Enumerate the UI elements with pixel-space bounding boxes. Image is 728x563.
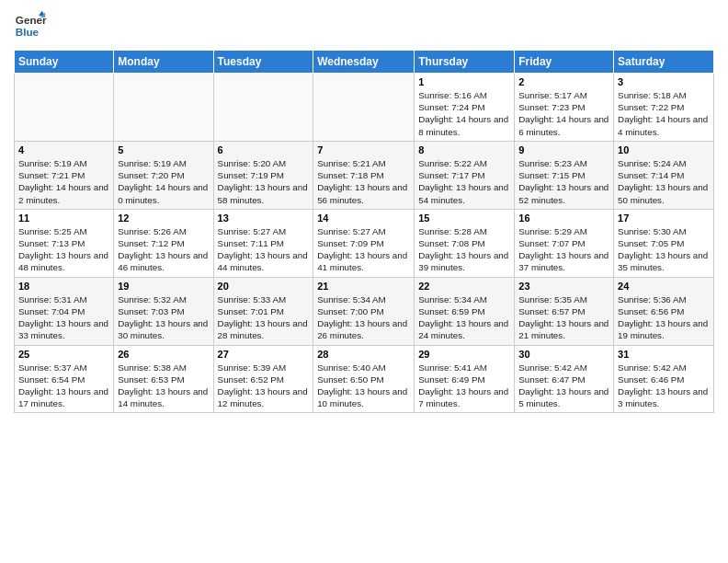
calendar-cell — [15, 74, 114, 142]
day-info: Sunrise: 5:42 AM Sunset: 6:46 PM Dayligh… — [618, 362, 710, 410]
day-info: Sunrise: 5:39 AM Sunset: 6:52 PM Dayligh… — [218, 362, 310, 410]
calendar-cell: 10Sunrise: 5:24 AM Sunset: 7:14 PM Dayli… — [614, 141, 714, 209]
calendar-cell: 15Sunrise: 5:28 AM Sunset: 7:08 PM Dayli… — [415, 209, 515, 277]
day-info: Sunrise: 5:19 AM Sunset: 7:20 PM Dayligh… — [118, 157, 209, 206]
day-info: Sunrise: 5:24 AM Sunset: 7:14 PM Dayligh… — [618, 157, 710, 206]
day-info: Sunrise: 5:33 AM Sunset: 7:01 PM Dayligh… — [218, 293, 310, 342]
calendar-week-4: 18Sunrise: 5:31 AM Sunset: 7:04 PM Dayli… — [15, 277, 714, 345]
day-info: Sunrise: 5:32 AM Sunset: 7:03 PM Dayligh… — [118, 293, 209, 342]
day-info: Sunrise: 5:17 AM Sunset: 7:23 PM Dayligh… — [518, 89, 609, 138]
logo: General Blue — [14, 9, 47, 42]
calendar-cell: 25Sunrise: 5:37 AM Sunset: 6:54 PM Dayli… — [15, 345, 114, 413]
calendar-cell: 1Sunrise: 5:16 AM Sunset: 7:24 PM Daylig… — [415, 74, 515, 142]
calendar-cell: 16Sunrise: 5:29 AM Sunset: 7:07 PM Dayli… — [515, 209, 614, 277]
day-info: Sunrise: 5:38 AM Sunset: 6:53 PM Dayligh… — [118, 362, 209, 410]
day-number: 20 — [218, 281, 310, 292]
day-number: 27 — [218, 349, 310, 360]
weekday-header-sunday: Sunday — [15, 51, 114, 74]
calendar-week-5: 25Sunrise: 5:37 AM Sunset: 6:54 PM Dayli… — [15, 345, 714, 413]
day-number: 24 — [618, 281, 710, 292]
calendar-cell: 27Sunrise: 5:39 AM Sunset: 6:52 PM Dayli… — [213, 345, 313, 413]
weekday-header-thursday: Thursday — [415, 51, 515, 74]
day-number: 4 — [18, 144, 109, 155]
calendar-cell — [313, 74, 415, 142]
page-header: General Blue — [14, 9, 714, 42]
calendar-cell: 26Sunrise: 5:38 AM Sunset: 6:53 PM Dayli… — [114, 345, 213, 413]
calendar-cell: 23Sunrise: 5:35 AM Sunset: 6:57 PM Dayli… — [515, 277, 614, 345]
day-info: Sunrise: 5:18 AM Sunset: 7:22 PM Dayligh… — [618, 89, 710, 138]
calendar-cell: 9Sunrise: 5:23 AM Sunset: 7:15 PM Daylig… — [515, 141, 614, 209]
day-number: 28 — [317, 349, 410, 360]
day-info: Sunrise: 5:34 AM Sunset: 6:59 PM Dayligh… — [418, 293, 510, 342]
calendar-cell: 11Sunrise: 5:25 AM Sunset: 7:13 PM Dayli… — [15, 209, 114, 277]
calendar-cell: 29Sunrise: 5:41 AM Sunset: 6:49 PM Dayli… — [415, 345, 515, 413]
day-number: 22 — [418, 281, 510, 292]
svg-text:Blue: Blue — [16, 26, 40, 38]
calendar-cell: 24Sunrise: 5:36 AM Sunset: 6:56 PM Dayli… — [614, 277, 714, 345]
day-number: 30 — [518, 349, 609, 360]
day-info: Sunrise: 5:37 AM Sunset: 6:54 PM Dayligh… — [18, 362, 109, 410]
day-info: Sunrise: 5:30 AM Sunset: 7:05 PM Dayligh… — [618, 225, 710, 274]
day-info: Sunrise: 5:36 AM Sunset: 6:56 PM Dayligh… — [618, 293, 710, 342]
calendar-header-row: SundayMondayTuesdayWednesdayThursdayFrid… — [15, 51, 714, 74]
day-info: Sunrise: 5:20 AM Sunset: 7:19 PM Dayligh… — [218, 157, 310, 206]
calendar-week-2: 4Sunrise: 5:19 AM Sunset: 7:21 PM Daylig… — [15, 141, 714, 209]
day-number: 2 — [518, 76, 609, 87]
day-number: 13 — [218, 213, 310, 224]
day-number: 10 — [618, 144, 710, 155]
day-info: Sunrise: 5:16 AM Sunset: 7:24 PM Dayligh… — [418, 89, 510, 138]
day-number: 17 — [618, 213, 710, 224]
weekday-header-tuesday: Tuesday — [213, 51, 313, 74]
weekday-header-wednesday: Wednesday — [313, 51, 415, 74]
day-number: 3 — [618, 76, 710, 87]
day-number: 26 — [118, 349, 209, 360]
day-info: Sunrise: 5:29 AM Sunset: 7:07 PM Dayligh… — [518, 225, 609, 274]
calendar-cell: 7Sunrise: 5:21 AM Sunset: 7:18 PM Daylig… — [313, 141, 415, 209]
day-number: 25 — [18, 349, 109, 360]
calendar-cell: 14Sunrise: 5:27 AM Sunset: 7:09 PM Dayli… — [313, 209, 415, 277]
weekday-header-saturday: Saturday — [614, 51, 714, 74]
calendar-cell: 4Sunrise: 5:19 AM Sunset: 7:21 PM Daylig… — [15, 141, 114, 209]
day-number: 23 — [518, 281, 609, 292]
calendar-week-3: 11Sunrise: 5:25 AM Sunset: 7:13 PM Dayli… — [15, 209, 714, 277]
day-number: 1 — [418, 76, 510, 87]
calendar-body: 1Sunrise: 5:16 AM Sunset: 7:24 PM Daylig… — [15, 74, 714, 413]
calendar-cell: 3Sunrise: 5:18 AM Sunset: 7:22 PM Daylig… — [614, 74, 714, 142]
calendar-cell: 8Sunrise: 5:22 AM Sunset: 7:17 PM Daylig… — [415, 141, 515, 209]
day-info: Sunrise: 5:42 AM Sunset: 6:47 PM Dayligh… — [518, 362, 609, 410]
calendar-table: SundayMondayTuesdayWednesdayThursdayFrid… — [14, 50, 714, 413]
day-info: Sunrise: 5:35 AM Sunset: 6:57 PM Dayligh… — [518, 293, 609, 342]
calendar-week-1: 1Sunrise: 5:16 AM Sunset: 7:24 PM Daylig… — [15, 74, 714, 142]
weekday-header-friday: Friday — [515, 51, 614, 74]
day-info: Sunrise: 5:23 AM Sunset: 7:15 PM Dayligh… — [518, 157, 609, 206]
calendar-cell — [114, 74, 213, 142]
day-number: 18 — [18, 281, 109, 292]
day-number: 31 — [618, 349, 710, 360]
day-number: 8 — [418, 144, 510, 155]
day-info: Sunrise: 5:21 AM Sunset: 7:18 PM Dayligh… — [317, 157, 410, 206]
calendar-cell: 5Sunrise: 5:19 AM Sunset: 7:20 PM Daylig… — [114, 141, 213, 209]
day-number: 6 — [218, 144, 310, 155]
logo-icon: General Blue — [14, 9, 47, 42]
calendar-cell: 2Sunrise: 5:17 AM Sunset: 7:23 PM Daylig… — [515, 74, 614, 142]
day-number: 11 — [18, 213, 109, 224]
day-number: 16 — [518, 213, 609, 224]
calendar-cell: 19Sunrise: 5:32 AM Sunset: 7:03 PM Dayli… — [114, 277, 213, 345]
calendar-cell: 13Sunrise: 5:27 AM Sunset: 7:11 PM Dayli… — [213, 209, 313, 277]
calendar-cell: 17Sunrise: 5:30 AM Sunset: 7:05 PM Dayli… — [614, 209, 714, 277]
day-info: Sunrise: 5:25 AM Sunset: 7:13 PM Dayligh… — [18, 225, 109, 274]
calendar-cell — [213, 74, 313, 142]
calendar-cell: 20Sunrise: 5:33 AM Sunset: 7:01 PM Dayli… — [213, 277, 313, 345]
day-number: 7 — [317, 144, 410, 155]
day-info: Sunrise: 5:28 AM Sunset: 7:08 PM Dayligh… — [418, 225, 510, 274]
calendar-cell: 22Sunrise: 5:34 AM Sunset: 6:59 PM Dayli… — [415, 277, 515, 345]
calendar-cell: 31Sunrise: 5:42 AM Sunset: 6:46 PM Dayli… — [614, 345, 714, 413]
day-info: Sunrise: 5:41 AM Sunset: 6:49 PM Dayligh… — [418, 362, 510, 410]
calendar-cell: 12Sunrise: 5:26 AM Sunset: 7:12 PM Dayli… — [114, 209, 213, 277]
day-number: 9 — [518, 144, 609, 155]
weekday-header-monday: Monday — [114, 51, 213, 74]
day-number: 12 — [118, 213, 209, 224]
day-info: Sunrise: 5:27 AM Sunset: 7:09 PM Dayligh… — [317, 225, 410, 274]
day-info: Sunrise: 5:22 AM Sunset: 7:17 PM Dayligh… — [418, 157, 510, 206]
day-info: Sunrise: 5:27 AM Sunset: 7:11 PM Dayligh… — [218, 225, 310, 274]
